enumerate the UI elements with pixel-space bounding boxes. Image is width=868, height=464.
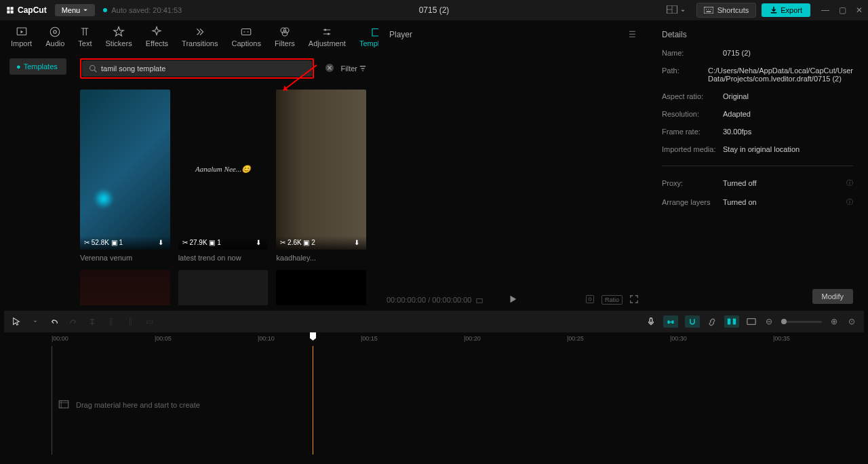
player-menu-icon[interactable]: ☰: [629, 30, 636, 39]
tab-effects[interactable]: Effects: [139, 23, 175, 50]
link-icon[interactable]: [707, 316, 717, 327]
download-icon[interactable]: ⬇: [256, 239, 264, 247]
close-button[interactable]: ✕: [856, 5, 863, 15]
search-clear-button[interactable]: [325, 63, 334, 75]
cover-icon[interactable]: [746, 316, 757, 327]
maximize-button[interactable]: ▢: [839, 5, 846, 15]
svg-point-6: [711, 9, 711, 9]
svg-rect-7: [706, 11, 711, 12]
layout-icon[interactable]: [667, 5, 685, 16]
detail-value: Original: [723, 92, 853, 100]
svg-rect-20: [586, 295, 593, 303]
template-title: Verenna venum: [80, 254, 170, 262]
fullscreen-icon[interactable]: [629, 294, 639, 305]
cursor-tool[interactable]: [11, 316, 22, 327]
template-card[interactable]: Aanalum Nee...😊 ✂ 27.9K ▣ 1 ⬇ latest tre…: [178, 90, 269, 262]
toolbar-tabs: Import Audio Text Stickers Effects Trans…: [4, 20, 374, 53]
detail-value: 30.00fps: [723, 128, 853, 136]
template-title: latest trend on now: [178, 254, 269, 262]
detail-label: Proxy:: [662, 179, 723, 187]
tab-stickers[interactable]: Stickers: [99, 23, 139, 50]
detail-label: Frame rate:: [662, 128, 723, 136]
zoom-fit-icon[interactable]: ⊙: [846, 316, 857, 327]
tab-captions[interactable]: Captions: [224, 23, 267, 50]
template-card[interactable]: [178, 270, 269, 305]
playhead[interactable]: [313, 346, 313, 455]
template-title: kaadhaley...: [276, 254, 366, 262]
svg-point-21: [589, 298, 591, 301]
detail-label: Aspect ratio:: [662, 92, 723, 100]
redo-button[interactable]: [68, 316, 79, 327]
search-input[interactable]: [101, 64, 305, 73]
tab-audio[interactable]: Audio: [39, 23, 71, 50]
effects-icon: [151, 26, 163, 38]
timeline-ruler[interactable]: |00:00 |00:05 |00:10 |00:15 |00:20 |00:2…: [4, 332, 864, 346]
template-card[interactable]: ✂ 2.6K ▣ 2 ⬇ kaadhaley...: [276, 90, 366, 262]
sidebar-item-templates[interactable]: ● Templates: [9, 58, 66, 75]
play-button[interactable]: [508, 294, 517, 305]
svg-rect-29: [59, 401, 68, 408]
template-card[interactable]: "Thanshii" 👀: [276, 270, 366, 305]
svg-point-4: [706, 9, 707, 9]
delete-button[interactable]: ▭: [144, 316, 155, 327]
search-highlight-box: [80, 58, 314, 79]
export-button[interactable]: Export: [762, 3, 810, 17]
filter-button[interactable]: Filter: [341, 64, 366, 73]
svg-point-16: [328, 33, 330, 35]
template-card[interactable]: ✂ 52.8K ▣ 1 ⬇ Verenna venum: [80, 90, 170, 262]
media-icon: [58, 400, 69, 410]
mic-icon[interactable]: [646, 316, 656, 327]
text-icon: [79, 26, 91, 38]
undo-button[interactable]: [49, 316, 60, 327]
shortcuts-button[interactable]: Shortcuts: [696, 3, 756, 18]
adjustment-icon: [321, 26, 333, 38]
svg-point-13: [283, 28, 289, 33]
player-timecode: 00:00:00:00 / 00:00:00:00: [387, 296, 483, 304]
cursor-dropdown[interactable]: [30, 316, 41, 327]
modify-button[interactable]: Modify: [812, 289, 853, 304]
timeline-tracks[interactable]: Drag material here and start to create: [4, 346, 864, 455]
preview-axis-icon[interactable]: [724, 315, 739, 328]
svg-rect-22: [650, 318, 652, 323]
tab-text[interactable]: Text: [71, 23, 98, 50]
info-icon[interactable]: ⓘ: [846, 178, 853, 188]
zoom-in-icon[interactable]: ⊕: [829, 316, 840, 327]
player-title: Player: [389, 30, 412, 39]
detail-value: 0715 (2): [723, 49, 853, 57]
zoom-out-icon[interactable]: ⊖: [764, 316, 774, 327]
detail-label: Imported media:: [662, 145, 723, 153]
magnet-track-icon[interactable]: [685, 315, 700, 328]
svg-rect-27: [733, 319, 736, 325]
search-icon: [89, 64, 97, 73]
info-icon[interactable]: ⓘ: [846, 197, 853, 207]
autosave-status: Auto saved: 20:41:53: [103, 6, 182, 14]
zoom-slider[interactable]: [781, 321, 822, 323]
tab-transitions[interactable]: Transitions: [175, 23, 224, 50]
tab-import[interactable]: Import: [4, 23, 39, 50]
svg-point-9: [51, 27, 60, 37]
svg-point-14: [282, 31, 288, 37]
svg-rect-26: [728, 319, 730, 325]
project-title: 0715 (2): [419, 5, 450, 15]
delete-left-button[interactable]: ⟦: [106, 316, 117, 327]
scissors-icon: ✂: [280, 239, 285, 246]
tab-adjustment[interactable]: Adjustment: [302, 23, 353, 50]
app-logo: CapCut: [5, 5, 47, 15]
delete-right-button[interactable]: ⟧: [125, 316, 136, 327]
minimize-button[interactable]: —: [821, 5, 829, 15]
detail-label: Path:: [662, 66, 708, 83]
detail-label: Arrange layers: [662, 198, 723, 206]
app-name: CapCut: [18, 5, 47, 15]
split-button[interactable]: [87, 316, 98, 327]
menu-button[interactable]: Menu: [55, 4, 96, 16]
snapshot-icon[interactable]: [585, 294, 595, 305]
svg-point-15: [325, 29, 327, 31]
download-icon[interactable]: ⬇: [158, 239, 166, 247]
download-icon[interactable]: ⬇: [354, 239, 362, 247]
ratio-button[interactable]: Ratio: [601, 295, 623, 305]
detail-value: Turned off: [723, 179, 846, 187]
magnet-main-icon[interactable]: [663, 315, 678, 328]
template-card[interactable]: [80, 270, 170, 305]
transitions-icon: [194, 26, 206, 38]
tab-filters[interactable]: Filters: [268, 23, 302, 50]
